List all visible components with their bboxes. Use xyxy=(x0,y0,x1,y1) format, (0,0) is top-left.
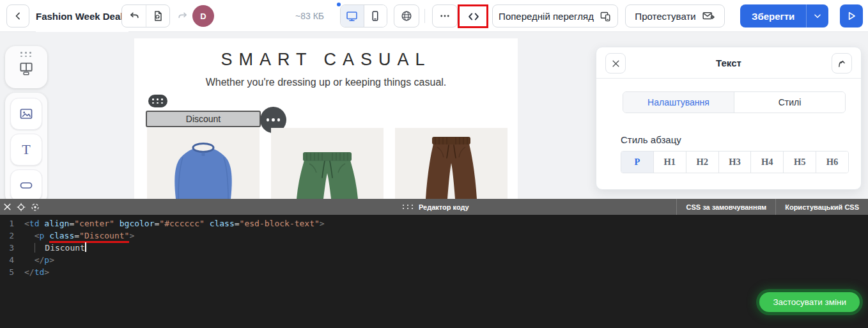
device-preview-icon xyxy=(600,10,612,22)
chevron-down-icon xyxy=(813,12,822,20)
style-h2-button[interactable]: H2 xyxy=(686,152,718,173)
green-shorts-image xyxy=(271,128,384,199)
code-area[interactable]: 1<td align="center" bgcolor="#cccccc" cl… xyxy=(0,215,868,278)
tab-custom-css[interactable]: Користувацький CSS xyxy=(775,199,868,215)
style-p-button[interactable]: P xyxy=(621,152,653,173)
drag-handle-dots[interactable] xyxy=(20,52,32,57)
style-h4-button[interactable]: H4 xyxy=(750,152,783,173)
product-image-brown-pants[interactable] xyxy=(395,128,508,199)
top-toolbar: Fashion Week Deals D ~83 КБ xyxy=(0,0,868,32)
apply-changes-button[interactable]: Застосувати зміни xyxy=(759,292,860,312)
locate-element-button[interactable] xyxy=(14,199,28,215)
tab-settings[interactable]: Налаштування xyxy=(623,92,734,113)
user-avatar[interactable]: D xyxy=(192,5,214,27)
line-number: 4 xyxy=(0,254,24,266)
redo-button[interactable] xyxy=(171,4,194,27)
code-line[interactable]: 5</td> xyxy=(0,266,868,278)
drag-handle-dots xyxy=(403,205,414,209)
text-block-icon: T xyxy=(22,141,30,158)
email-subheading[interactable]: Whether you're dressing up or keeping th… xyxy=(134,77,518,88)
globe-icon xyxy=(400,10,413,22)
preview-button-label: Попередній перегляд xyxy=(499,11,594,22)
preview-button[interactable]: Попередній перегляд xyxy=(492,4,618,27)
product-image-green-shorts[interactable] xyxy=(271,128,384,199)
panel-tab-bar: Налаштування Стилі xyxy=(623,91,846,113)
more-options-button[interactable] xyxy=(432,4,458,27)
tab-default-css[interactable]: CSS за замовчуванням xyxy=(676,199,775,215)
paragraph-style-group: P H1 H2 H3 H4 H5 H6 xyxy=(621,151,849,173)
blocks-tool-card: T xyxy=(5,93,47,205)
css-tab-bar: CSS за замовчуванням Користувацький CSS xyxy=(676,199,868,215)
line-number: 1 xyxy=(0,217,24,230)
code-editor-close-button[interactable] xyxy=(0,199,14,215)
code-line[interactable]: 4 </p> xyxy=(0,254,868,266)
line-number: 5 xyxy=(0,266,24,278)
block-drag-handle[interactable] xyxy=(148,95,167,107)
device-toggle-group xyxy=(340,4,387,27)
code-editor-title-group[interactable]: Редактор коду xyxy=(403,203,469,211)
structures-icon xyxy=(18,60,35,77)
discount-text-block[interactable]: Discount xyxy=(146,111,261,127)
go-to-parent-button[interactable] xyxy=(832,53,852,74)
workspace: T SMART CASUAL Whether you're dressing u… xyxy=(0,32,868,199)
email-editor-app: Fashion Week Deals D ~83 КБ xyxy=(0,0,868,328)
brown-pants-image xyxy=(395,128,508,199)
code-line[interactable]: 3 Discount xyxy=(0,242,868,254)
code-line[interactable]: 1<td align="center" bgcolor="#cccccc" cl… xyxy=(0,217,868,230)
code-line[interactable]: 2 <p class="Discount"> xyxy=(0,230,868,242)
document-title: Fashion Week Deals xyxy=(36,0,128,32)
toolbar-divider xyxy=(424,9,425,23)
email-size-label: ~83 КБ xyxy=(295,0,324,32)
email-canvas: SMART CASUAL Whether you're dressing up … xyxy=(134,38,518,199)
code-icon xyxy=(467,10,481,24)
structures-tool-card[interactable] xyxy=(5,46,47,88)
paragraph-style-label: Стиль абзацу xyxy=(621,134,681,145)
version-history-button[interactable] xyxy=(146,5,169,27)
ellipsis-icon xyxy=(267,118,270,121)
ellipsis-icon xyxy=(439,10,451,22)
test-button-label: Протестувати xyxy=(635,11,695,22)
mobile-view-toggle[interactable] xyxy=(364,5,387,27)
panel-title: Текст xyxy=(596,47,861,79)
blue-sweatshirt-image xyxy=(147,128,260,199)
undo-button[interactable] xyxy=(122,5,146,27)
open-code-editor-button[interactable] xyxy=(462,7,484,26)
drag-dots-icon xyxy=(152,98,164,104)
send-campaign-button[interactable] xyxy=(840,4,863,27)
style-h6-button[interactable]: H6 xyxy=(816,152,848,173)
arrow-up-level-icon xyxy=(837,58,848,69)
focus-icon xyxy=(30,202,40,212)
back-button[interactable] xyxy=(6,4,29,27)
code-editor-title: Редактор коду xyxy=(419,203,469,211)
history-button-group xyxy=(121,4,170,27)
desktop-view-toggle[interactable] xyxy=(341,5,364,27)
style-h1-button[interactable]: H1 xyxy=(653,152,686,173)
text-block-button[interactable]: T xyxy=(10,134,42,166)
crosshair-icon xyxy=(16,202,26,212)
email-heading[interactable]: SMART CASUAL xyxy=(134,50,518,70)
line-number: 3 xyxy=(0,242,24,254)
language-button[interactable] xyxy=(394,4,419,27)
unsaved-indicator-dot xyxy=(337,3,341,6)
image-block-button[interactable] xyxy=(10,98,42,130)
tab-styles[interactable]: Стилі xyxy=(734,92,845,113)
product-image-blue-sweatshirt[interactable] xyxy=(147,128,260,199)
chevron-left-icon xyxy=(12,10,24,22)
save-button[interactable]: Зберегти xyxy=(740,4,806,27)
code-editor-panel: Редактор коду CSS за замовчуванням Корис… xyxy=(0,199,868,328)
code-editor-header: Редактор коду CSS за замовчуванням Корис… xyxy=(0,199,868,215)
undo-icon xyxy=(128,10,141,22)
play-icon xyxy=(845,10,858,22)
panel-header: Текст xyxy=(596,47,861,79)
redo-icon xyxy=(176,10,189,22)
style-h3-button[interactable]: H3 xyxy=(718,152,751,173)
image-icon xyxy=(19,106,34,121)
send-email-icon xyxy=(702,10,715,23)
text-settings-panel: Текст Налаштування Стилі Стиль абзацу P … xyxy=(596,47,862,190)
button-pill-icon xyxy=(19,178,34,193)
button-block-button[interactable] xyxy=(10,169,42,201)
save-options-button[interactable] xyxy=(807,4,828,27)
test-email-button[interactable]: Протестувати xyxy=(625,4,725,27)
style-h5-button[interactable]: H5 xyxy=(783,152,816,173)
focus-element-button[interactable] xyxy=(28,199,42,215)
